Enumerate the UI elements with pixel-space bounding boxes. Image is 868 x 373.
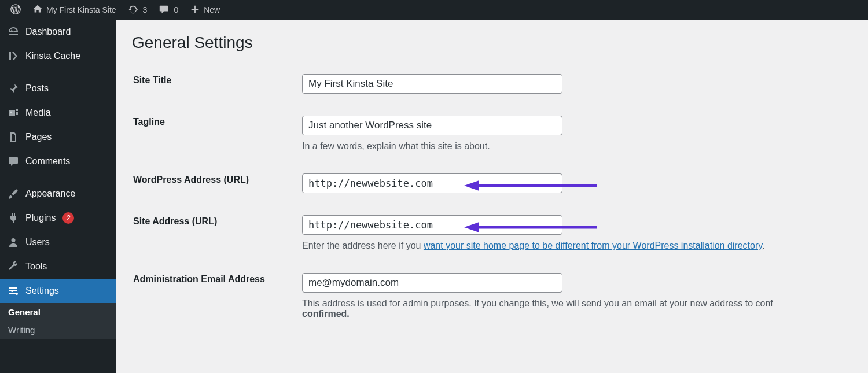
site-url-help-link[interactable]: want your site home page to be different…	[424, 241, 762, 250]
updates-button[interactable]: 3	[122, 0, 153, 20]
settings-submenu: General Writing	[0, 303, 116, 339]
sidebar-item-settings[interactable]: Settings	[0, 279, 116, 303]
pages-icon	[7, 131, 20, 143]
menu-label: Kinsta Cache	[25, 51, 80, 61]
sidebar-item-pages[interactable]: Pages	[0, 125, 116, 149]
brush-icon	[7, 187, 20, 200]
desc-text: Enter the address here if you	[302, 241, 424, 250]
svg-point-0	[10, 112, 12, 113]
menu-label: Users	[25, 237, 50, 248]
refresh-icon	[128, 4, 138, 16]
updates-count: 3	[143, 5, 148, 14]
desc-text: This address is used for admin purposes.…	[302, 298, 773, 308]
plug-icon	[7, 212, 20, 224]
menu-label: Settings	[25, 286, 59, 296]
wordpress-icon	[10, 4, 21, 16]
sliders-icon	[7, 285, 20, 297]
new-content-button[interactable]: New	[184, 0, 226, 20]
admin-email-label: Administration Email Address	[133, 263, 295, 330]
svg-point-3	[16, 293, 18, 295]
menu-label: Appearance	[25, 189, 75, 199]
site-title-text: My First Kinsta Site	[46, 5, 116, 14]
admin-email-description: This address is used for admin purposes.…	[302, 298, 845, 319]
comments-count: 0	[174, 5, 178, 14]
wp-url-label: WordPress Address (URL)	[133, 163, 295, 204]
plugins-update-badge: 2	[62, 212, 74, 224]
wrench-icon	[7, 260, 20, 273]
page-heading: General Settings	[132, 34, 852, 52]
kinsta-icon	[7, 50, 20, 62]
tagline-label: Tagline	[133, 105, 295, 162]
settings-form: Site Title Tagline In a few words, expla…	[132, 62, 852, 331]
menu-label: Plugins	[25, 213, 56, 223]
menu-label: Pages	[25, 132, 52, 142]
svg-point-1	[14, 287, 17, 289]
comments-icon	[7, 155, 20, 168]
sidebar-item-kinsta-cache[interactable]: Kinsta Cache	[0, 44, 116, 68]
user-icon	[7, 236, 20, 249]
home-icon	[32, 4, 43, 16]
sidebar-item-tools[interactable]: Tools	[0, 254, 116, 279]
submenu-item-general[interactable]: General	[0, 303, 116, 321]
main-wrap: Dashboard Kinsta Cache Posts Media Pages…	[0, 20, 868, 373]
sidebar-item-plugins[interactable]: Plugins 2	[0, 206, 116, 230]
sidebar-item-media[interactable]: Media	[0, 101, 116, 125]
menu-separator	[0, 68, 116, 76]
menu-label: Tools	[25, 261, 47, 272]
site-title-label: Site Title	[133, 64, 295, 104]
site-url-description: Enter the address here if you want your …	[302, 241, 845, 251]
menu-label: Media	[25, 108, 51, 118]
site-name-button[interactable]: My First Kinsta Site	[27, 0, 122, 20]
sidebar-item-posts[interactable]: Posts	[0, 76, 116, 101]
menu-separator	[0, 173, 116, 182]
comments-button[interactable]: 0	[153, 0, 184, 20]
sidebar-item-comments[interactable]: Comments	[0, 149, 116, 173]
tagline-input[interactable]	[302, 116, 562, 135]
content-area: General Settings Site Title Tagline In a…	[116, 20, 868, 373]
admin-bar: My First Kinsta Site 3 0 New	[0, 0, 868, 20]
menu-label: Dashboard	[25, 27, 71, 37]
admin-sidebar: Dashboard Kinsta Cache Posts Media Pages…	[0, 20, 116, 373]
new-label: New	[204, 5, 220, 14]
media-icon	[7, 106, 20, 119]
comment-icon	[159, 4, 169, 16]
site-title-input[interactable]	[302, 74, 562, 94]
plus-icon	[190, 4, 200, 16]
desc-text: .	[762, 241, 764, 250]
pin-icon	[7, 82, 20, 95]
dashboard-icon	[7, 25, 20, 38]
wp-logo-button[interactable]	[5, 0, 27, 20]
tagline-description: In a few words, explain what this site i…	[302, 141, 845, 152]
site-url-input[interactable]	[302, 215, 562, 235]
sidebar-item-users[interactable]: Users	[0, 230, 116, 254]
sidebar-item-appearance[interactable]: Appearance	[0, 182, 116, 206]
menu-label: Posts	[25, 83, 49, 94]
desc-strong: confirmed.	[302, 309, 350, 319]
site-url-label: Site Address (URL)	[133, 205, 295, 261]
wp-url-input[interactable]	[302, 173, 562, 193]
svg-point-2	[11, 290, 13, 292]
sidebar-item-dashboard[interactable]: Dashboard	[0, 20, 116, 44]
submenu-item-writing[interactable]: Writing	[0, 321, 116, 339]
menu-label: Comments	[25, 156, 70, 167]
admin-email-input[interactable]	[302, 273, 562, 293]
